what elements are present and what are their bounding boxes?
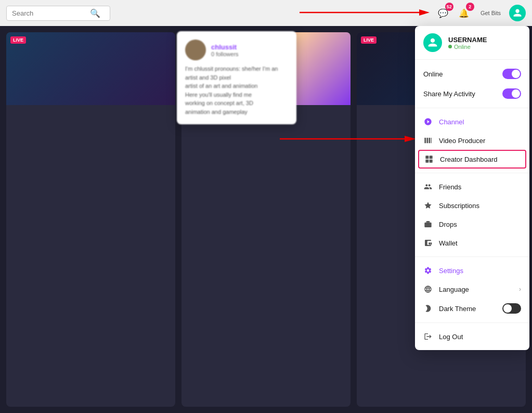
- menu-avatar: [423, 33, 442, 52]
- subscriptions-icon: [423, 201, 433, 210]
- svg-rect-4: [429, 138, 430, 144]
- dark-theme-icon: [423, 304, 433, 313]
- logout-label: Log Out: [439, 333, 521, 341]
- menu-item-share-activity[interactable]: Share My Activity: [415, 84, 529, 104]
- svg-rect-10: [424, 223, 431, 227]
- profile-bio-bg: I'm chlussit pronouns: she/her I'm an ar…: [185, 64, 288, 116]
- topbar: 🔍 💬 52 🔔 2 Get Bits: [0, 0, 532, 26]
- drops-icon: [423, 220, 433, 229]
- friends-label: Friends: [439, 183, 521, 191]
- svg-rect-5: [431, 138, 431, 144]
- menu-item-logout[interactable]: Log Out: [415, 327, 529, 346]
- menu-item-friends[interactable]: Friends: [415, 177, 529, 196]
- dropdown-menu: USERNAME Online Online Share My Activity: [415, 26, 529, 350]
- menu-section-logout: Log Out: [415, 323, 529, 350]
- menu-item-wallet[interactable]: Wallet: [415, 234, 529, 252]
- menu-username: USERNAME: [448, 36, 487, 44]
- share-activity-toggle-knob: [512, 89, 520, 98]
- menu-section-social: Friends Subscriptions Drops Wallet: [415, 173, 529, 257]
- wallet-icon: [423, 238, 433, 248]
- menu-user-icon: [427, 37, 438, 48]
- wallet-label: Wallet: [439, 239, 521, 247]
- settings-label: Settings: [439, 267, 521, 275]
- arrow-horizontal: [300, 6, 435, 19]
- messages-button[interactable]: 💬 52: [435, 5, 451, 21]
- search-bar[interactable]: 🔍: [6, 6, 110, 21]
- svg-rect-9: [430, 160, 433, 163]
- menu-section-toggles: Online Share My Activity: [415, 60, 529, 108]
- subscriptions-label: Subscriptions: [439, 202, 521, 210]
- creator-dashboard-label: Creator Dashboard: [440, 156, 520, 163]
- profile-popup-bg: chlussit 0 followers I'm chlussit pronou…: [177, 31, 296, 124]
- menu-section-settings: Settings Language › Dark Theme: [415, 257, 529, 323]
- menu-item-creator-dashboard[interactable]: Creator Dashboard: [418, 150, 526, 169]
- menu-item-dark-theme[interactable]: Dark Theme: [415, 299, 529, 318]
- profile-handle-bg: 0 followers: [211, 51, 239, 57]
- menu-item-language[interactable]: Language ›: [415, 280, 529, 299]
- video-producer-label: Video Producer: [439, 137, 521, 145]
- menu-item-online[interactable]: Online: [415, 64, 529, 84]
- menu-item-video-producer[interactable]: Video Producer: [415, 131, 529, 150]
- menu-item-channel[interactable]: Channel: [415, 112, 529, 131]
- menu-status: Online: [448, 44, 487, 50]
- status-dot: [448, 45, 452, 48]
- menu-item-drops[interactable]: Drops: [415, 215, 529, 234]
- language-label: Language: [439, 286, 513, 293]
- drops-label: Drops: [439, 221, 521, 228]
- svg-marker-1: [419, 9, 430, 16]
- svg-rect-8: [425, 160, 429, 163]
- logout-icon: [423, 332, 433, 341]
- card-thumbnail-1: LIVE: [6, 32, 175, 105]
- dark-theme-label: Dark Theme: [439, 305, 496, 313]
- video-producer-icon: [423, 136, 433, 145]
- online-label: Online: [423, 70, 496, 78]
- creator-dashboard-icon: [424, 154, 434, 164]
- share-activity-label: Share My Activity: [423, 90, 496, 98]
- profile-name-bg: chlussit: [211, 43, 239, 51]
- menu-item-subscriptions[interactable]: Subscriptions: [415, 196, 529, 215]
- user-icon: [513, 8, 522, 18]
- online-toggle-knob: [512, 70, 520, 78]
- menu-status-label: Online: [454, 44, 471, 50]
- messages-badge: 52: [445, 3, 453, 11]
- language-icon: [423, 285, 433, 294]
- search-input[interactable]: [12, 9, 90, 17]
- online-toggle[interactable]: [502, 69, 521, 79]
- notifications-button[interactable]: 🔔 2: [456, 5, 472, 21]
- menu-item-settings[interactable]: Settings: [415, 261, 529, 280]
- user-avatar-button[interactable]: [509, 5, 526, 21]
- search-icon: 🔍: [90, 8, 100, 18]
- topbar-right: 💬 52 🔔 2 Get Bits: [435, 5, 526, 21]
- language-chevron: ›: [519, 286, 521, 293]
- notifications-badge: 2: [466, 3, 474, 11]
- live-badge-1: LIVE: [10, 36, 26, 44]
- dark-theme-toggle-knob: [503, 304, 512, 313]
- settings-icon: [423, 266, 433, 275]
- get-bits-button[interactable]: Get Bits: [476, 5, 505, 21]
- dark-theme-toggle[interactable]: [502, 303, 521, 314]
- share-activity-toggle[interactable]: [502, 88, 521, 99]
- svg-rect-2: [424, 138, 426, 144]
- profile-avatar-bg: [185, 40, 206, 60]
- friends-icon: [423, 182, 433, 191]
- svg-rect-6: [425, 156, 429, 159]
- stream-card-1: LIVE: [6, 32, 175, 407]
- menu-user-info: USERNAME Online: [448, 36, 487, 50]
- menu-header: USERNAME Online: [415, 26, 529, 60]
- live-badge-3: LIVE: [361, 36, 377, 44]
- menu-section-creator: Channel Video Producer Creator Dashboard: [415, 108, 529, 173]
- svg-rect-3: [426, 138, 428, 144]
- svg-rect-7: [430, 156, 433, 159]
- channel-label: Channel: [439, 118, 521, 126]
- channel-icon: [423, 117, 433, 126]
